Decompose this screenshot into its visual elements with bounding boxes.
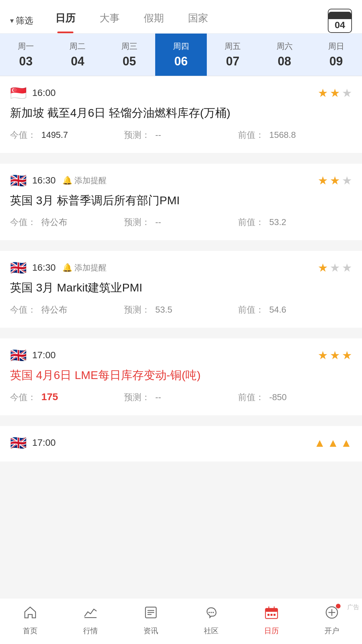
nav-calendar-label: 日历	[264, 626, 279, 636]
nav-open-account[interactable]: 开户 广告	[302, 598, 362, 644]
current-label-4: 今值：	[10, 392, 36, 402]
star-3-2: ★	[330, 261, 340, 274]
event-remind-3[interactable]: 🔔 添加提醒	[62, 262, 107, 273]
event-header-2: 🇬🇧 16:30 🔔 添加提醒 ★ ★ ★	[10, 174, 352, 187]
event-stars-partial: ▲ ▲ ▲	[314, 436, 352, 449]
week-day-mon[interactable]: 周一 03	[0, 34, 52, 76]
week-day-mon-label: 周一	[18, 41, 34, 52]
forecast-value-2: --	[155, 217, 161, 227]
event-forecast-1: 预测： --	[124, 129, 238, 141]
event-time-2: 16:30	[32, 175, 56, 186]
event-title-1[interactable]: 新加坡 截至4月6日 轻馏分油燃料库存(万桶)	[10, 105, 352, 121]
event-current-2: 今值： 待公布	[10, 216, 124, 228]
forecast-label-4: 预测：	[124, 392, 150, 402]
nav-market[interactable]: 行情	[60, 598, 121, 644]
filter-label: 筛选	[16, 15, 33, 26]
home-icon	[23, 605, 38, 623]
event-remind-2[interactable]: 🔔 添加提醒	[62, 175, 107, 186]
tab-events[interactable]: 大事	[87, 8, 132, 33]
divider-4	[0, 421, 362, 426]
week-day-sat[interactable]: 周六 08	[258, 34, 310, 76]
event-current-1: 今值： 1495.7	[10, 129, 124, 141]
week-day-fri[interactable]: 周五 07	[207, 34, 258, 76]
calendar-icon-button[interactable]: 04	[328, 9, 352, 33]
week-day-wed[interactable]: 周三 05	[104, 34, 155, 76]
week-day-wed-num: 05	[123, 54, 136, 68]
week-day-mon-num: 03	[19, 54, 33, 68]
event-card-partial: 🇬🇧 17:00 ▲ ▲ ▲	[0, 426, 362, 462]
divider-3	[0, 333, 362, 338]
event-flag-4: 🇬🇧	[10, 348, 27, 362]
prev-value-1: 1568.8	[269, 130, 296, 140]
event-header-4: 🇬🇧 17:00 ★ ★ ★	[10, 348, 352, 362]
filter-button[interactable]: ▾ 筛选	[10, 15, 33, 26]
event-flag-2: 🇬🇧	[10, 174, 27, 187]
event-forecast-3: 预测： 53.5	[124, 304, 238, 316]
calendar-date: 04	[335, 20, 345, 30]
event-current-4: 今值： 175	[10, 391, 124, 403]
event-header-1: 🇸🇬 16:00 ★ ★ ★	[10, 86, 352, 100]
current-label-2: 今值：	[10, 217, 36, 227]
tab-holidays[interactable]: 假期	[132, 8, 176, 33]
event-card-4: 🇬🇧 17:00 ★ ★ ★ 英国 4月6日 LME每日库存变动-铜(吨) 今值…	[0, 338, 362, 416]
prev-value-2: 53.2	[269, 217, 286, 227]
event-flag-1: 🇸🇬	[10, 86, 27, 100]
event-stars-2: ★ ★ ★	[318, 174, 352, 187]
week-day-tue[interactable]: 周二 04	[52, 34, 103, 76]
event-prev-2: 前值： 53.2	[238, 216, 352, 228]
svg-rect-13	[270, 614, 273, 616]
forecast-label-1: 预测：	[124, 130, 150, 140]
week-day-wed-label: 周三	[121, 41, 137, 52]
event-forecast-4: 预测： --	[124, 391, 238, 403]
star-1-3: ★	[342, 86, 352, 100]
event-stars-1: ★ ★ ★	[318, 86, 352, 100]
tab-calendar[interactable]: 日历	[43, 8, 87, 33]
star-2-1: ★	[318, 174, 328, 187]
week-day-fri-num: 07	[226, 54, 239, 68]
event-stars-3: ★ ★ ★	[318, 261, 352, 274]
svg-rect-9	[265, 608, 278, 612]
nav-home[interactable]: 首页	[0, 598, 60, 644]
svg-point-5	[208, 612, 210, 613]
market-icon	[83, 605, 98, 623]
event-card-3: 🇬🇧 16:30 🔔 添加提醒 ★ ★ ★ 英国 3月 Markit建筑业PMI…	[0, 251, 362, 328]
event-time-4: 17:00	[32, 350, 56, 361]
week-day-sun-num: 09	[329, 54, 343, 68]
filter-arrow-icon: ▾	[10, 16, 14, 25]
week-day-tue-num: 04	[71, 54, 84, 68]
remind-label-2: 添加提醒	[74, 175, 107, 186]
event-values-1: 今值： 1495.7 预测： -- 前值： 1568.8	[10, 129, 352, 141]
forecast-label-3: 预测：	[124, 305, 150, 315]
star-1-2: ★	[330, 86, 340, 100]
svg-rect-14	[274, 614, 276, 616]
nav-calendar[interactable]: 日历	[241, 598, 302, 644]
star-4-2: ★	[330, 348, 340, 362]
star-3-1: ★	[318, 261, 328, 274]
notification-badge	[336, 604, 341, 608]
week-day-thu[interactable]: 周四 06	[155, 34, 207, 76]
event-title-2[interactable]: 英国 3月 标普季调后所有部门PMI	[10, 193, 352, 209]
current-value-3: 待公布	[41, 305, 67, 315]
community-icon	[204, 605, 219, 623]
star-p-1: ▲	[314, 436, 325, 449]
nav-market-label: 行情	[83, 626, 98, 636]
week-day-sat-label: 周六	[277, 41, 293, 52]
nav-news[interactable]: 资讯	[121, 598, 181, 644]
event-prev-1: 前值： 1568.8	[238, 129, 352, 141]
event-time-partial: 17:00	[32, 437, 56, 448]
nav-open-label: 开户	[324, 626, 339, 636]
week-day-tue-label: 周二	[69, 41, 85, 52]
event-title-4[interactable]: 英国 4月6日 LME每日库存变动-铜(吨)	[10, 367, 352, 383]
event-values-4: 今值： 175 预测： -- 前值： -850	[10, 391, 352, 403]
calendar-top-bar	[328, 12, 351, 19]
news-icon	[143, 605, 158, 623]
event-time-1: 16:00	[32, 88, 56, 98]
current-value-2: 待公布	[41, 217, 67, 227]
calendar-nav-icon	[264, 605, 279, 623]
week-day-sun[interactable]: 周日 09	[310, 34, 362, 76]
svg-rect-0	[84, 617, 97, 618]
tab-country[interactable]: 国家	[176, 8, 220, 33]
nav-community[interactable]: 社区	[181, 598, 241, 644]
forecast-value-1: --	[155, 130, 161, 140]
event-title-3[interactable]: 英国 3月 Markit建筑业PMI	[10, 280, 352, 296]
